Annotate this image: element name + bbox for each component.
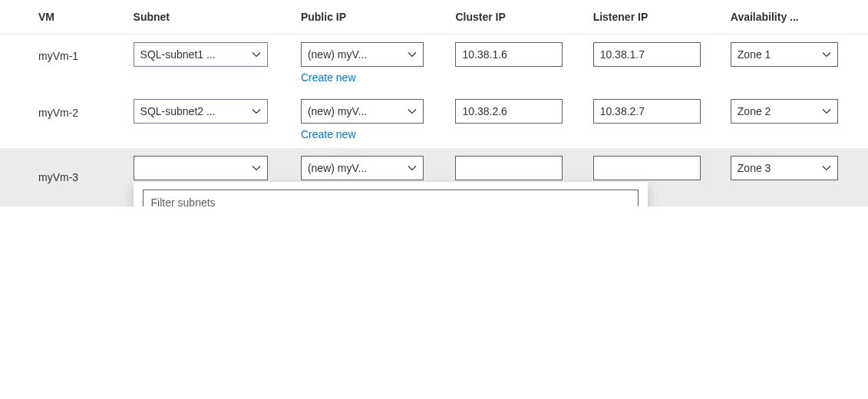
- subnet-selected-value: SQL-subnet1 ...: [140, 48, 216, 61]
- availability-selected-value: Zone 3: [738, 162, 771, 174]
- subnet-dropdown[interactable]: SQL-subnet1 ...: [134, 42, 268, 67]
- public-ip-dropdown[interactable]: (new) myV...: [301, 99, 424, 124]
- listener-ip-value: 10.38.2.7: [600, 105, 645, 117]
- public-ip-dropdown[interactable]: (new) myV...: [301, 156, 424, 180]
- availability-dropdown[interactable]: Zone 2: [731, 99, 838, 124]
- column-header-vm[interactable]: VM: [0, 0, 134, 35]
- chevron-down-icon: [252, 50, 261, 59]
- vm-name: myVm-3: [0, 148, 134, 206]
- cluster-ip-input[interactable]: [455, 156, 563, 180]
- subnet-selected-value: SQL-subnet2 ...: [140, 105, 216, 117]
- cluster-ip-value: 10.38.1.6: [462, 48, 507, 61]
- cluster-ip-value: 10.38.2.6: [462, 105, 507, 117]
- public-ip-selected-value: (new) myV...: [308, 48, 367, 61]
- chevron-down-icon: [822, 50, 831, 59]
- subnet-dropdown[interactable]: [134, 156, 268, 180]
- column-header-cluster-ip[interactable]: Cluster IP: [455, 0, 592, 35]
- chevron-down-icon: [252, 163, 261, 173]
- chevron-down-icon: [408, 50, 417, 59]
- table-row: myVm-2 SQL-subnet2 ... (new) myV... Crea…: [0, 91, 868, 148]
- availability-selected-value: Zone 2: [738, 105, 771, 117]
- table-row: myVm-3 DC-subnet (10.38.0.0/24) SQL-subn…: [0, 148, 868, 206]
- vm-config-table: VM Subnet Public IP Cluster IP Listener …: [0, 0, 868, 206]
- listener-ip-input[interactable]: [593, 156, 701, 180]
- column-header-subnet[interactable]: Subnet: [134, 0, 301, 35]
- table-row: myVm-1 SQL-subnet1 ... (new) myV... Crea…: [0, 35, 868, 92]
- cluster-ip-input[interactable]: 10.38.2.6: [455, 99, 563, 124]
- chevron-down-icon: [252, 107, 261, 116]
- create-new-link[interactable]: Create new: [301, 71, 356, 84]
- column-header-listener-ip[interactable]: Listener IP: [593, 0, 731, 35]
- chevron-down-icon: [822, 107, 831, 116]
- listener-ip-input[interactable]: 10.38.1.7: [593, 42, 701, 67]
- filter-subnets-input[interactable]: [143, 190, 639, 206]
- listener-ip-value: 10.38.1.7: [600, 48, 645, 61]
- vm-name: myVm-1: [0, 35, 134, 92]
- availability-dropdown[interactable]: Zone 3: [731, 156, 838, 180]
- chevron-down-icon: [408, 107, 417, 116]
- create-new-link[interactable]: Create new: [301, 128, 356, 140]
- public-ip-selected-value: (new) myV...: [308, 105, 367, 117]
- availability-selected-value: Zone 1: [738, 48, 771, 61]
- public-ip-dropdown[interactable]: (new) myV...: [301, 42, 424, 67]
- chevron-down-icon: [408, 163, 417, 173]
- cluster-ip-input[interactable]: 10.38.1.6: [455, 42, 563, 67]
- column-header-availability[interactable]: Availability ...: [731, 0, 868, 35]
- listener-ip-input[interactable]: 10.38.2.7: [593, 99, 701, 124]
- chevron-down-icon: [822, 163, 831, 173]
- vm-name: myVm-2: [0, 91, 134, 148]
- public-ip-selected-value: (new) myV...: [308, 162, 367, 174]
- availability-dropdown[interactable]: Zone 1: [731, 42, 838, 67]
- column-header-public-ip[interactable]: Public IP: [301, 0, 456, 35]
- subnet-dropdown[interactable]: SQL-subnet2 ...: [134, 99, 268, 124]
- subnet-dropdown-popup: DC-subnet (10.38.0.0/24) SQL-subnet1 (10…: [134, 182, 648, 206]
